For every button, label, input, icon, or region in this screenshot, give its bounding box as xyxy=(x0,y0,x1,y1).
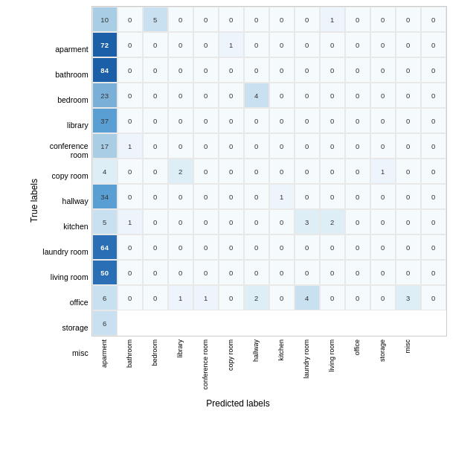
matrix-cell: 0 xyxy=(370,285,396,310)
matrix-cell: 0 xyxy=(168,133,193,159)
matrix-cell: 17 xyxy=(92,133,118,159)
chart-container: True labels aparmentbathroombedroomlibra… xyxy=(7,6,469,460)
matrix-cell: 1 xyxy=(320,7,345,32)
matrix-cell: 0 xyxy=(193,260,219,285)
matrix-cell: 0 xyxy=(396,133,421,159)
matrix-cell: 0 xyxy=(219,285,244,310)
matrix-cell: 4 xyxy=(244,83,269,108)
matrix-cell: 0 xyxy=(295,57,320,83)
matrix-cell: 0 xyxy=(320,57,345,83)
matrix-cell: 0 xyxy=(244,108,269,133)
matrix-cell: 0 xyxy=(244,7,269,32)
matrix-cell: 0 xyxy=(345,108,370,133)
matrix-cell: 0 xyxy=(320,234,345,260)
matrix-cell: 0 xyxy=(118,234,143,260)
matrix-cell: 0 xyxy=(421,32,446,57)
matrix-cell: 84 xyxy=(92,57,118,83)
matrix-cell: 0 xyxy=(396,108,421,133)
matrix-cell: 0 xyxy=(295,133,320,159)
matrix-cell: 23 xyxy=(92,83,118,108)
matrix-cell: 6 xyxy=(92,310,118,336)
matrix-cell: 0 xyxy=(320,83,345,108)
matrix-cell: 0 xyxy=(168,209,193,234)
matrix-cell: 0 xyxy=(370,133,396,159)
row-label: kitchen xyxy=(42,214,89,239)
matrix-cell: 0 xyxy=(345,7,370,32)
matrix-cell: 1 xyxy=(118,209,143,234)
matrix-cell: 0 xyxy=(421,209,446,234)
matrix-cell: 0 xyxy=(168,234,193,260)
matrix-cell: 0 xyxy=(269,209,295,234)
matrix-cell: 0 xyxy=(269,234,295,260)
col-label: copy room xyxy=(218,339,243,395)
col-labels-container: aparmentbathroombedroomlibraryconference… xyxy=(91,339,447,395)
col-label: conference room xyxy=(193,339,218,395)
matrix: 1005000000100007200001000000008400000000… xyxy=(91,6,447,336)
matrix-cell: 0 xyxy=(396,7,421,32)
matrix-cell: 0 xyxy=(345,32,370,57)
matrix-cell: 4 xyxy=(295,285,320,310)
matrix-cell: 0 xyxy=(168,108,193,133)
matrix-cell: 0 xyxy=(244,260,269,285)
matrix-cell: 0 xyxy=(370,7,396,32)
matrix-cell: 64 xyxy=(92,234,118,260)
matrix-cell: 0 xyxy=(295,260,320,285)
col-label: office xyxy=(344,339,370,395)
matrix-cell: 0 xyxy=(320,260,345,285)
matrix-cell: 0 xyxy=(118,7,143,32)
matrix-cell: 6 xyxy=(92,285,118,310)
matrix-cell: 0 xyxy=(295,159,320,184)
row-label: library xyxy=(42,112,89,138)
matrix-cell: 0 xyxy=(219,108,244,133)
matrix-cell: 0 xyxy=(193,7,219,32)
matrix-cell: 1 xyxy=(269,184,295,209)
matrix-cell: 0 xyxy=(269,83,295,108)
col-label: hallway xyxy=(243,339,268,395)
matrix-cell: 0 xyxy=(269,57,295,83)
matrix-cell: 0 xyxy=(143,32,168,57)
col-label: laundry room xyxy=(294,339,319,395)
matrix-cell: 0 xyxy=(118,108,143,133)
row-label: bedroom xyxy=(42,87,89,112)
matrix-cell: 0 xyxy=(168,184,193,209)
matrix-cell: 0 xyxy=(193,234,219,260)
matrix-cell: 0 xyxy=(193,83,219,108)
matrix-cell: 0 xyxy=(244,32,269,57)
matrix-cell: 0 xyxy=(118,32,143,57)
matrix-cell: 2 xyxy=(168,159,193,184)
matrix-cell: 0 xyxy=(143,209,168,234)
matrix-cell: 34 xyxy=(92,184,118,209)
matrix-and-cols: 1005000000100007200001000000008400000000… xyxy=(91,6,447,395)
col-label: library xyxy=(167,339,193,395)
matrix-cell: 0 xyxy=(193,133,219,159)
matrix-cell: 2 xyxy=(244,285,269,310)
matrix-cell: 0 xyxy=(295,83,320,108)
matrix-cell: 0 xyxy=(396,159,421,184)
matrix-cell: 0 xyxy=(421,133,446,159)
matrix-cell: 0 xyxy=(370,260,396,285)
matrix-cell: 4 xyxy=(92,159,118,184)
matrix-cell: 2 xyxy=(320,209,345,234)
matrix-cell: 0 xyxy=(396,184,421,209)
col-label: kitchen xyxy=(268,339,294,395)
matrix-cell: 0 xyxy=(168,32,193,57)
matrix-cell: 0 xyxy=(320,285,345,310)
col-label: aparment xyxy=(91,339,117,395)
matrix-cell: 72 xyxy=(92,32,118,57)
matrix-cell: 0 xyxy=(118,260,143,285)
matrix-cell: 3 xyxy=(295,209,320,234)
matrix-cell: 0 xyxy=(219,57,244,83)
matrix-cell: 0 xyxy=(345,133,370,159)
matrix-cell: 0 xyxy=(143,133,168,159)
col-label: living room xyxy=(319,339,344,395)
matrix-cell: 0 xyxy=(193,184,219,209)
matrix-cell: 1 xyxy=(168,285,193,310)
matrix-cell: 0 xyxy=(345,209,370,234)
matrix-cell: 0 xyxy=(370,209,396,234)
matrix-cell: 0 xyxy=(320,32,345,57)
matrix-cell: 50 xyxy=(92,260,118,285)
matrix-cell: 0 xyxy=(370,108,396,133)
matrix-cell: 0 xyxy=(118,285,143,310)
row-label: misc xyxy=(42,340,89,366)
matrix-cell: 0 xyxy=(244,159,269,184)
